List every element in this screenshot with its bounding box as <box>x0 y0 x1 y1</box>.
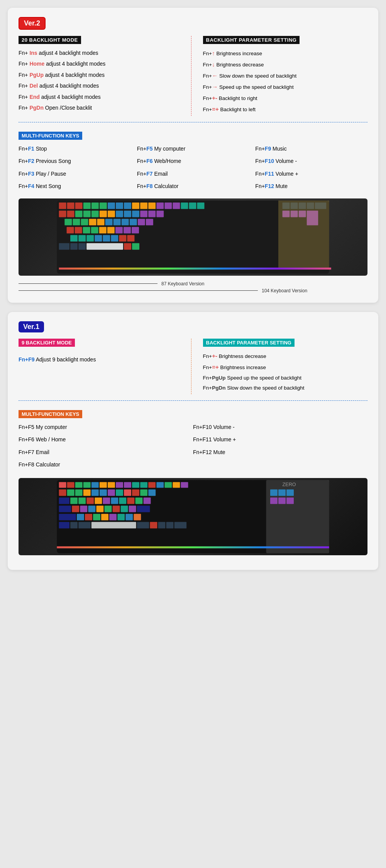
svg-rect-88 <box>140 482 147 488</box>
svg-rect-126 <box>137 506 150 512</box>
svg-rect-12 <box>148 202 156 209</box>
svg-rect-133 <box>117 514 125 520</box>
param-rows: Fn+↑ Brightness increase Fn+↓ Brightness… <box>203 49 368 114</box>
arrow-left-sym: ← <box>212 72 218 79</box>
svg-rect-3 <box>75 202 83 209</box>
svg-rect-52 <box>70 235 78 241</box>
arrow-down-sym: ↓ <box>212 61 215 68</box>
svg-rect-64 <box>124 243 131 249</box>
ver1-card: Ver.1 9 BACKLIGHT MODE Fn+F9 Adjust 9 ba… <box>8 312 378 570</box>
line-104 <box>19 290 258 291</box>
svg-rect-92 <box>173 482 180 488</box>
svg-rect-84 <box>108 482 115 488</box>
ver2-badge: Ver.2 <box>19 17 46 30</box>
svg-rect-33 <box>73 219 80 225</box>
ver1-multi-section: MULTI-FUNCTION KEYS Fn+F5 My computer Fn… <box>19 407 367 473</box>
svg-rect-34 <box>81 219 88 225</box>
svg-rect-19 <box>59 210 66 217</box>
v1-fn-f5: Fn+F5 My computer <box>19 423 193 431</box>
svg-rect-134 <box>125 514 133 520</box>
svg-rect-135 <box>134 514 141 520</box>
svg-rect-63 <box>86 243 123 249</box>
svg-rect-105 <box>148 490 156 496</box>
f7-key: F7 <box>146 171 152 177</box>
fn-f9: Fn+F9 Music <box>255 144 367 153</box>
svg-text:ZERO: ZERO <box>283 482 296 487</box>
svg-rect-106 <box>59 498 69 504</box>
svg-rect-125 <box>129 506 136 512</box>
v1-speed-down: Fn+PgDn Slow down the speed of backlight <box>203 384 368 392</box>
ver2-multi-section: MULTI-FUNCTION KEYS Fn+F1 Stop Fn+F5 My … <box>19 129 367 193</box>
f11-key: F11 <box>265 171 274 177</box>
svg-rect-113 <box>119 498 126 504</box>
svg-rect-124 <box>121 506 128 512</box>
fn-row-home: Fn+ Home adjust 4 backlight modes <box>19 59 183 68</box>
v1-fn-f10: Fn+F10 Volume - <box>193 423 367 431</box>
fn-f10: Fn+F10 Volume - <box>255 157 367 165</box>
svg-rect-131 <box>101 514 108 520</box>
svg-rect-138 <box>78 522 91 529</box>
svg-rect-47 <box>99 227 107 233</box>
svg-rect-136 <box>59 522 69 529</box>
svg-rect-128 <box>77 514 84 520</box>
svg-rect-79 <box>67 482 74 488</box>
svg-rect-27 <box>124 210 131 217</box>
svg-rect-152 <box>286 498 294 504</box>
keyboard-image-v2 <box>19 198 367 276</box>
v87-label: 87 Keyboard Version <box>161 281 204 287</box>
svg-rect-112 <box>111 498 118 504</box>
svg-rect-32 <box>64 219 72 225</box>
svg-rect-58 <box>119 235 126 241</box>
svg-rect-95 <box>67 490 74 496</box>
param-backlight-left: Fn+=+ Backlight to left <box>203 105 368 114</box>
svg-rect-96 <box>75 490 83 496</box>
svg-rect-48 <box>107 227 115 233</box>
v1-sym1: +- <box>212 353 217 359</box>
svg-rect-86 <box>124 482 131 488</box>
svg-rect-35 <box>89 219 96 225</box>
svg-rect-97 <box>83 490 91 496</box>
svg-rect-57 <box>111 235 118 241</box>
svg-rect-40 <box>130 219 137 225</box>
f12-key: F12 <box>265 183 274 189</box>
svg-rect-75 <box>59 268 331 270</box>
svg-rect-109 <box>86 498 94 504</box>
ver2-backlight-section: 20 BACKLIGHT MODE Fn+ Ins adjust 4 backl… <box>19 36 367 116</box>
fn-f4: Fn+F4 Next Song <box>19 182 131 190</box>
v1-multi-keys-container: Fn+F5 My computer Fn+F6 Web / Home Fn+F7… <box>19 423 367 473</box>
svg-rect-122 <box>105 506 112 512</box>
svg-rect-121 <box>96 506 103 512</box>
svg-rect-149 <box>286 490 294 496</box>
fn-f6: Fn+F6 Web/Home <box>137 157 249 165</box>
f2-key: F2 <box>28 158 34 164</box>
svg-rect-49 <box>115 227 123 233</box>
ver1-backlight-left: 9 BACKLIGHT MODE Fn+F9 Adjust 9 backligh… <box>19 339 191 394</box>
fn-f9-v1: Fn+F9 Adjust 9 backlight modes <box>19 355 183 364</box>
svg-rect-78 <box>59 482 66 488</box>
end-key: End <box>29 94 39 100</box>
svg-rect-7 <box>108 202 115 209</box>
ins-key: Ins <box>29 50 37 56</box>
svg-rect-140 <box>137 522 149 529</box>
backlight-rows: Fn+ Ins adjust 4 backlight modes Fn+ Hom… <box>19 49 183 112</box>
svg-rect-110 <box>95 498 102 504</box>
svg-rect-129 <box>85 514 92 520</box>
svg-rect-13 <box>156 202 164 209</box>
f9-key: F9 <box>265 146 271 152</box>
ver2-card: Ver.2 20 BACKLIGHT MODE Fn+ Ins adjust 4… <box>8 8 378 303</box>
fn-row-pgdn: Fn+ PgDn Open /Close backlit <box>19 103 183 112</box>
svg-rect-115 <box>135 498 143 504</box>
keyboard-image-v1: ZERO <box>19 478 367 555</box>
svg-rect-148 <box>278 490 286 496</box>
svg-rect-11 <box>140 202 147 209</box>
fn-f3: Fn+F3 Play / Pause <box>19 170 131 178</box>
f6-key: F6 <box>146 158 152 164</box>
fn-f2: Fn+F2 Previous Song <box>19 157 131 165</box>
svg-rect-26 <box>116 210 123 217</box>
svg-rect-82 <box>91 482 99 488</box>
multi-header-v1: MULTI-FUNCTION KEYS <box>19 410 82 418</box>
svg-rect-15 <box>173 202 180 209</box>
svg-rect-150 <box>270 498 278 504</box>
v1-fn-f8: Fn+F8 Calculator <box>19 460 193 469</box>
svg-rect-4 <box>83 202 91 209</box>
